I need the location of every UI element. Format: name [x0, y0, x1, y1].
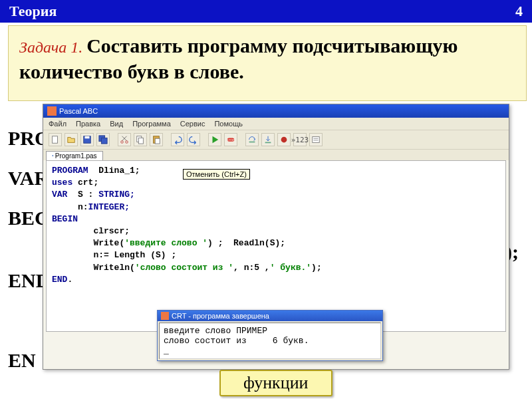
crt-title-text: CRT - программа завершена: [172, 312, 269, 320]
task-label: Задача 1.: [19, 39, 86, 56]
svg-rect-8: [138, 138, 143, 144]
crt-titlebar: CRT - программа завершена: [158, 311, 382, 321]
step-into-icon[interactable]: [261, 133, 275, 146]
svg-rect-2: [85, 136, 90, 139]
open-file-icon[interactable]: [65, 133, 78, 146]
svg-rect-16: [313, 137, 320, 143]
svg-text:STOP: STOP: [227, 138, 235, 142]
stop-icon[interactable]: STOP: [224, 133, 237, 146]
config-icon[interactable]: [309, 133, 323, 146]
ide-toolbar: STOP »123: [43, 130, 509, 150]
new-file-icon[interactable]: [49, 133, 62, 146]
save-icon[interactable]: [80, 133, 94, 146]
menu-file[interactable]: Файл: [49, 120, 66, 128]
svg-rect-0: [53, 136, 58, 144]
ide-title-text: Pascal ABC: [59, 107, 98, 115]
cut-icon[interactable]: [118, 133, 131, 146]
svg-point-15: [281, 137, 287, 143]
task-box: Задача 1. Составить программу подсчитыва…: [8, 25, 527, 101]
svg-rect-4: [101, 138, 107, 144]
crt-icon: [161, 312, 169, 320]
svg-rect-10: [155, 138, 160, 144]
svg-point-6: [126, 141, 128, 144]
save-all-icon[interactable]: [96, 133, 110, 146]
ide-menubar: Файл Правка Вид Программа Сервис Помощь: [43, 118, 509, 130]
crt-window: CRT - программа завершена введите слово …: [157, 310, 383, 361]
svg-rect-13: [249, 142, 255, 143]
breakpoint-icon[interactable]: [277, 133, 291, 146]
slide-header: Теория 4: [0, 0, 532, 23]
menu-view[interactable]: Вид: [110, 120, 123, 128]
ide-tab-program1[interactable]: Program1.pas: [46, 151, 103, 160]
app-icon: [47, 106, 57, 116]
copy-icon[interactable]: [134, 133, 147, 146]
svg-rect-14: [265, 142, 271, 144]
undo-tooltip: Отменить (Ctrl+Z): [183, 169, 250, 180]
paste-icon[interactable]: [150, 133, 163, 146]
watch-icon[interactable]: »123: [293, 133, 307, 146]
header-title: Теория: [9, 3, 57, 20]
step-over-icon[interactable]: [245, 133, 259, 146]
run-icon[interactable]: [208, 133, 221, 146]
menu-program[interactable]: Программа: [132, 120, 171, 128]
menu-service[interactable]: Сервис: [180, 120, 205, 128]
crt-output: введите слово ПРИМЕР слово состоит из 6 …: [159, 323, 381, 359]
header-page: 4: [515, 3, 523, 20]
ide-tabs: Program1.pas: [43, 150, 509, 160]
undo-icon[interactable]: [171, 133, 184, 146]
redo-icon[interactable]: [187, 133, 200, 146]
function-label-box: функции: [219, 370, 332, 396]
ide-code-area[interactable]: PROGRAM Dlina_1; uses crt; VAR S : STRIN…: [46, 160, 506, 332]
menu-help[interactable]: Помощь: [214, 120, 243, 128]
svg-point-5: [121, 141, 124, 144]
ide-titlebar: Pascal ABC: [43, 104, 509, 118]
menu-edit[interactable]: Правка: [76, 120, 100, 128]
